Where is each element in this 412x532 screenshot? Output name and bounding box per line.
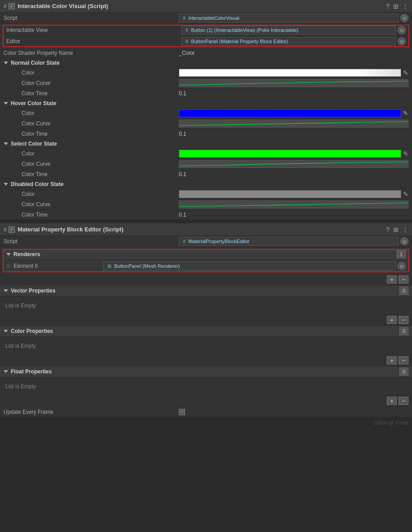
hover-curve-bar[interactable] [179,120,408,128]
select-color-state-label: Select Color State [4,141,179,147]
panel-header-mpbe: # ✓ Material Property Block Editor (Scri… [0,223,412,236]
script-value-mpbe: # MaterialPropertyBlockEditor ⊙ [179,237,408,246]
select-time-value: 0.1 [179,171,408,177]
script-ref-text-mpbe: MaterialPropertyBlockEditor [188,239,249,244]
enable-checkbox-mpbe[interactable]: ✓ [9,226,15,233]
renderers-group: Renderers 1 ≡ Element 0 ⊞ ButtonPanel (M… [3,249,409,272]
vector-remove-btn[interactable]: − [399,316,408,324]
triangle-float-props[interactable] [4,370,8,373]
select-time-text: 0.1 [179,171,186,177]
hover-color-picker-icon[interactable]: ✎ [403,110,408,117]
select-color-state-header: Select Color State [0,139,412,149]
interactable-view-ref[interactable]: # Button (1) (IInteractableView) (Poke I… [182,26,396,35]
update-every-frame-row: Update Every Frame ✓ [0,407,412,417]
triangle-color-props[interactable] [4,330,8,332]
vector-properties-empty: List is Empty [0,297,412,315]
editor-ref[interactable]: # ButtonPanel (Material Property Block E… [182,37,396,46]
normal-curve-bar[interactable] [179,79,408,87]
script-label-mpbe: Script [4,238,179,244]
disabled-curve-bar[interactable] [179,200,408,208]
help-icon-mpbe[interactable]: ? [386,226,390,233]
panel-header-icons: ? ⊞ ⋮ [386,3,408,10]
float-add-btn[interactable]: + [387,397,397,405]
script-circle-btn-mpbe[interactable]: ⊙ [400,237,408,245]
hover-time-row: Color Time 0.1 [0,129,412,139]
hover-color-value: ✎ [179,109,408,117]
select-curve-label: Color Curve [4,161,179,167]
editor-circle-btn[interactable]: ⊙ [398,37,406,45]
color-add-btn[interactable]: + [387,356,397,364]
disabled-curve-label: Color Curve [4,201,179,208]
drag-handle-icon: ≡ [6,262,10,270]
help-icon[interactable]: ? [386,3,390,10]
normal-curve-value [179,79,408,87]
script-ref-circle-btn[interactable]: ⊙ [400,14,408,22]
kebab-icon[interactable]: ⋮ [402,3,408,10]
select-curve-row: Color Curve [0,159,412,169]
normal-time-value: 0.1 [179,90,408,97]
update-every-frame-checkbox[interactable]: ✓ [179,409,185,415]
triangle-disabled[interactable] [4,183,8,186]
normal-color-picker-icon[interactable]: ✎ [403,69,408,76]
color-properties-label: Color Properties [4,328,399,334]
vector-properties-count: 0 [399,287,408,295]
renderers-remove-btn[interactable]: − [399,275,408,284]
disabled-color-label: Color [4,191,179,197]
float-remove-btn[interactable]: − [399,397,408,405]
triangle-hover[interactable] [4,102,8,105]
renderers-label: Renderers [6,251,397,257]
disabled-color-state-header: Disabled Color State [0,179,412,189]
panel-title-icv: Interactable Color Visual (Script) [18,3,386,9]
hover-color-state-header: Hover Color State [0,98,412,108]
element-0-value: ⊞ ButtonPanel (Mesh Renderer) ⊙ [103,262,406,270]
panel-header-icons-mpbe: ? ⊞ ⋮ [386,226,408,233]
script-ref[interactable]: # InteractableColorVisual [179,13,399,22]
normal-color-label: Color [4,70,179,76]
select-color-picker-icon[interactable]: ✎ [403,150,408,157]
hover-curve-value [179,120,408,128]
hover-time-value: 0.1 [179,131,408,137]
hover-curve-row: Color Curve [0,119,412,129]
color-properties-empty: List is Empty [0,337,412,355]
enable-checkbox[interactable]: ✓ [9,3,15,9]
normal-time-text: 0.1 [179,90,186,97]
script-label: Script [4,15,179,21]
renderers-add-btn[interactable]: + [387,275,397,284]
normal-color-value: ✎ [179,69,408,77]
editor-label: Editor [6,38,182,44]
update-every-frame-label: Update Every Frame [4,409,179,415]
sliders-icon[interactable]: ⊞ [393,3,399,10]
hover-color-bar[interactable] [179,109,401,117]
triangle-normal[interactable] [4,62,8,64]
triangle-renderers[interactable] [6,253,11,256]
script-ref-mpbe[interactable]: # MaterialPropertyBlockEditor [179,237,399,246]
vector-add-remove-row: + − [0,315,412,326]
element-0-ref[interactable]: ⊞ ButtonPanel (Mesh Renderer) [103,262,396,270]
vector-add-btn[interactable]: + [387,316,397,324]
disabled-color-picker-icon[interactable]: ✎ [403,191,408,198]
disabled-color-bar[interactable] [179,190,401,198]
element-0-circle-btn[interactable]: ⊙ [398,262,406,270]
hover-time-label: Color Time [4,131,179,137]
triangle-vector[interactable] [4,289,8,292]
normal-color-state-label: Normal Color State [4,60,179,66]
select-color-bar[interactable] [179,150,401,158]
vector-properties-header: Vector Properties 0 [0,285,412,297]
float-properties-count: 0 [399,368,408,376]
element-0-ref-text: ButtonPanel (Mesh Renderer) [114,263,180,269]
disabled-time-row: Color Time 0.1 [0,210,412,220]
color-properties-count: 0 [399,327,408,335]
disabled-color-value: ✎ [179,190,408,198]
renderers-count: 1 [397,250,406,258]
triangle-select[interactable] [4,142,8,145]
kebab-icon-mpbe[interactable]: ⋮ [402,226,408,233]
normal-color-bar[interactable] [179,69,401,77]
disabled-time-value: 0.1 [179,212,408,218]
sliders-icon-mpbe[interactable]: ⊞ [393,226,399,233]
select-time-label: Color Time [4,171,179,177]
select-curve-bar[interactable] [179,160,408,168]
iv-ref-text: Button (1) (IInteractableView) (Poke Int… [191,27,298,33]
color-remove-btn[interactable]: − [399,356,408,364]
iv-circle-btn[interactable]: ⊙ [398,26,406,34]
float-add-remove-row: + − [0,395,412,407]
